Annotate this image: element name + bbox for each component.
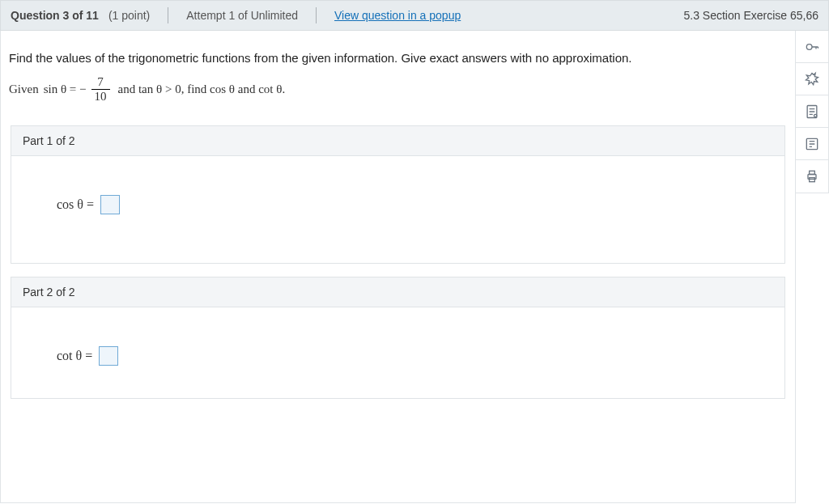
divider [168,7,168,23]
divider [316,7,317,23]
part-header: Part 1 of 2 [11,126,784,156]
svg-rect-6 [810,178,815,182]
side-toolbar [796,31,829,193]
svg-point-2 [814,114,817,116]
answer-label: cos θ = [57,197,94,212]
view-popup-link[interactable]: View question in a popup [334,9,461,22]
guided-solution-button[interactable] [796,128,828,160]
part-box: Part 2 of 2 cot θ = [11,277,785,399]
answer-input[interactable] [100,195,120,214]
key-icon [804,39,820,55]
section-reference-label: 5.3 Section Exercise 65,66 [683,9,818,22]
hint-button[interactable] [796,63,828,95]
answer-input[interactable] [99,346,118,366]
problem-instruction: Find the values of the trigonometric fun… [1,31,795,73]
main-panel: Find the values of the trigonometric fun… [0,31,796,503]
question-header-bar: Question 3 of 11 (1 point) Attempt 1 of … [0,0,829,31]
given-statement: Given sin θ = − 7 10 and tan θ > 0, find… [1,73,795,119]
notes-icon [804,104,820,120]
fraction: 7 10 [91,76,110,103]
guided-icon [804,136,820,152]
notes-button[interactable] [796,95,828,128]
fraction-numerator: 7 [94,76,107,89]
part-box: Part 1 of 2 cos θ = [11,125,785,264]
answer-label: cot θ = [57,349,92,363]
print-icon [804,168,820,184]
sin-label: sin θ = − [44,83,87,96]
part-header: Part 2 of 2 [11,277,784,307]
given-suffix: and tan θ > 0, find cos θ and cot θ. [118,83,286,96]
svg-rect-5 [810,171,815,174]
print-button[interactable] [796,160,828,193]
question-number-label: Question 3 of 11 [11,9,99,22]
given-prefix: Given [9,83,39,96]
svg-point-0 [806,44,812,49]
fraction-denominator: 10 [91,89,110,103]
key-button[interactable] [796,31,828,63]
points-label: (1 point) [108,9,150,22]
attempt-label: Attempt 1 of Unlimited [186,9,298,22]
hint-icon [804,71,820,87]
